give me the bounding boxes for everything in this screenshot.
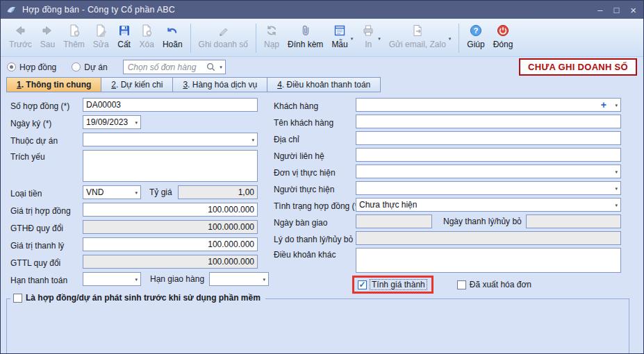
add-customer-icon[interactable]: + [601,99,606,110]
radio-du-an[interactable]: Dự án [72,62,107,72]
arrow-left-icon [13,23,27,38]
converted-liquidation-value-input [83,255,258,269]
tab-du-kien-chi[interactable]: 2. Dự kiến chi [101,77,173,92]
contact-person-input[interactable] [356,148,621,162]
attach-button[interactable]: Đính kèm [283,22,327,49]
liquidation-value-input[interactable] [83,237,258,251]
chevron-down-icon[interactable]: ▾ [135,120,138,126]
chevron-down-icon[interactable]: ▾ [615,169,618,175]
field-label: Trích yếu [10,150,83,162]
field-label: Ngày ký (*) [10,117,83,128]
chevron-down-icon[interactable]: ▾ [251,137,254,143]
contract-value-input[interactable] [83,203,258,217]
highlight-annotation-box: ✓ Tính giá thành [352,276,434,294]
send-email-zalo-button[interactable]: Gửi email, Zalo ▾ [385,22,456,49]
executor-select[interactable]: ▾ [356,181,621,195]
field-label: Thuộc dự án [10,134,83,146]
undo-button[interactable]: Hoãn [158,22,187,49]
toolbar-separator [190,24,191,53]
app-icon [6,4,17,15]
edit-document-icon [94,23,108,38]
radio-hop-dong[interactable]: Hợp đồng [7,62,56,72]
print-button[interactable]: In ▾ [357,22,385,49]
printer-icon [361,23,375,38]
field-label: Giá trị thanh lý [10,239,83,251]
exchange-rate-input [178,185,258,199]
liquidation-reason-input [356,231,621,245]
customer-select[interactable]: +▾ [356,98,621,112]
checkbox-label: Tính giá thành [370,280,427,289]
template-button[interactable]: Mẫu ▾ [327,22,357,49]
next-button[interactable]: Sau [36,22,59,49]
previous-button[interactable]: Trước [5,22,36,49]
search-placeholder: Chọn số đơn hàng [128,62,204,72]
add-button[interactable]: Thêm [59,22,89,49]
chevron-down-icon[interactable]: ▾ [263,277,266,283]
payment-term-select[interactable]: ▾ [83,272,141,286]
delivery-term-select[interactable]: ▾ [209,272,269,286]
title-bar: Hợp đồng bán - Công ty Cổ phần ABC – □ × [1,1,643,19]
chevron-down-icon[interactable]: ▾ [449,31,452,42]
chevron-down-icon[interactable]: ▾ [615,186,618,192]
converted-contract-value-input [83,220,258,234]
status-badge: CHƯA GHI DOANH SỐ [519,58,637,76]
field-label: Tình trạng hợp đồng (*) [274,199,356,211]
field-label: GTTL quy đổi [10,256,83,268]
save-icon [117,23,131,38]
chevron-down-icon[interactable]: ▾ [135,277,138,283]
svg-text:?: ? [473,26,478,35]
address-input[interactable] [356,131,621,145]
field-label: Hạn thanh toán [10,273,83,285]
chevron-down-icon[interactable]: ▾ [378,31,381,42]
customer-name-input[interactable] [356,115,621,128]
other-terms-textarea[interactable] [356,248,621,273]
form-right-column: Khách hàng +▾ Tên khách hàng Địa chỉ Ngư… [274,98,621,294]
maximize-button[interactable]: □ [613,6,619,15]
executing-unit-select[interactable]: ▾ [356,165,621,178]
project-select[interactable]: ▾ [83,133,258,146]
pre-software-contract-group: ✓ Là hợp đồng/dự án phát sinh trước khi … [6,298,629,354]
delete-button[interactable]: Xóa [135,22,158,49]
contract-number-input[interactable] [83,98,258,112]
toolbar-separator [459,24,459,53]
summary-textarea[interactable] [83,150,258,182]
pre-software-contract-checkbox[interactable]: ✓ [13,294,22,303]
order-number-search[interactable]: Chọn số đơn hàng ▾ [123,60,226,74]
field-label: Giá trị hợp đồng [10,204,83,216]
help-icon: ? [469,23,483,38]
tab-thong-tin-chung[interactable]: 1. Thông tin chung [6,77,101,92]
currency-select[interactable]: VND▾ [83,185,141,199]
check-icon: ✓ [358,280,365,289]
help-button[interactable]: ? Giúp [463,22,488,49]
contract-status-select[interactable]: Chưa thực hiện▾ [356,198,621,212]
form-left-column: Số hợp đồng (*) Ngày ký (*) 19/09/2023▾ … [10,98,258,289]
field-label: GTHĐ quy đổi [10,221,83,233]
chevron-down-icon[interactable]: ▾ [218,65,222,70]
field-label: Đơn vị thực hiện [274,166,356,178]
contract-window: Hợp đồng bán - Công ty Cổ phần ABC – □ ×… [0,0,644,354]
chevron-down-icon[interactable]: ▾ [135,190,138,196]
cost-calculation-checkbox[interactable]: ✓ [358,280,367,289]
invoice-issued-checkbox[interactable]: ✓ [457,280,466,289]
field-label: Địa chỉ [274,133,356,144]
send-icon [411,23,424,38]
sign-date-picker[interactable]: 19/09/2023▾ [83,115,141,129]
tab-dieu-khoan-thanh-toan[interactable]: 4. Điều khoản thanh toán [267,77,381,92]
pencil-icon [216,23,230,38]
field-label: Hạn giao hàng [150,274,204,284]
save-button[interactable]: Cất [113,22,135,49]
minimize-button[interactable]: – [597,6,602,15]
chevron-down-icon[interactable]: ▾ [615,103,618,108]
field-label: Tên khách hàng [274,116,356,128]
search-icon[interactable] [206,62,216,72]
tab-hang-hoa-dich-vu[interactable]: 3. Hàng hóa dịch vụ [172,77,267,92]
close-form-button[interactable]: Đóng [489,22,518,49]
record-revenue-button[interactable]: Ghi doanh số [195,22,252,49]
checkbox-label: Đã xuất hóa đơn [470,280,531,289]
reload-button[interactable]: Nạp [260,22,283,49]
chevron-down-icon[interactable]: ▾ [615,203,618,208]
close-button[interactable]: × [630,5,636,15]
field-label: Lý do thanh lý/hủy bỏ [274,233,356,244]
chevron-down-icon[interactable]: ▾ [351,31,354,42]
edit-button[interactable]: Sửa [89,22,113,49]
